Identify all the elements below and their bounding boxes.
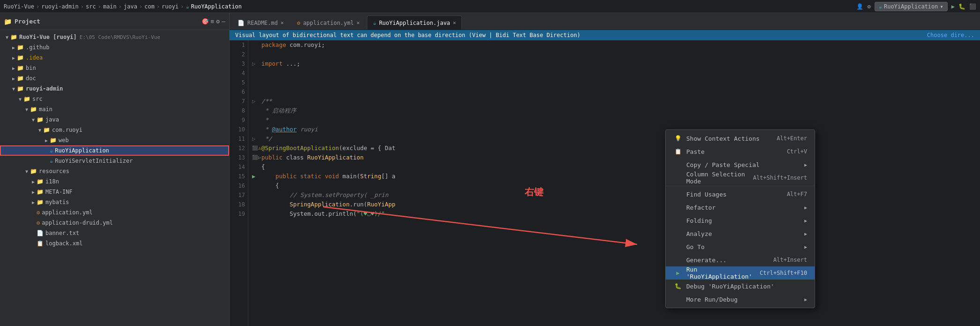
- tree-item-application-druid-yml[interactable]: ▶ ⚙ application-druid.yml: [0, 218, 229, 228]
- breadcrumb-item-ruoyi-vue[interactable]: RuoYi-Vue: [4, 3, 34, 10]
- sidebar-icon-settings[interactable]: ⚙: [216, 18, 220, 25]
- coverage-button[interactable]: ⬛: [969, 3, 976, 10]
- arrow-icon: ▼: [23, 169, 30, 174]
- run-config-selector[interactable]: ☕ RuoYiApplication ▾: [875, 2, 948, 11]
- folder-icon: 📁: [17, 75, 24, 82]
- menu-item-find-usages[interactable]: Find Usages Alt+F7: [666, 188, 815, 201]
- tree-item-ruoyi-servlet[interactable]: ▶ ☕ RuoYiServletInitializer: [0, 156, 229, 166]
- breadcrumb-item-src[interactable]: src: [86, 3, 96, 10]
- tab-icon: ⚙: [297, 20, 300, 26]
- tab-close-java[interactable]: ✕: [453, 20, 456, 26]
- sidebar-folder-icon: 📁: [4, 18, 12, 25]
- sep1: ›: [36, 3, 39, 10]
- run-icon: ▶: [673, 268, 683, 278]
- menu-item-refactor[interactable]: Refactor ▶: [666, 201, 815, 214]
- debug-button[interactable]: 🐛: [958, 3, 965, 10]
- tree-item-bin[interactable]: ▶ 📁 bin: [0, 63, 229, 73]
- folder-icon: 📁: [30, 168, 37, 174]
- gutter-15: ▶: [252, 172, 261, 181]
- code-line-19: System.out.println("(♥◡♥)/": [252, 209, 976, 219]
- folder-icon: 📁: [17, 85, 24, 92]
- arrow-icon: ▶: [10, 76, 17, 81]
- tab-close-readme[interactable]: ✕: [281, 20, 284, 26]
- menu-item-run-app[interactable]: ▶ Run 'RuoYiApplication' Ctrl+Shift+F10: [666, 266, 815, 280]
- tree-label: ruoyi-admin: [26, 85, 63, 92]
- breadcrumb-item-java[interactable]: java: [124, 3, 137, 10]
- tab-ruoyi-application[interactable]: ☕ RuoYiApplication.java ✕: [367, 15, 462, 30]
- gutter-7: ▷: [252, 97, 261, 106]
- tree-item-mybatis[interactable]: ▶ 📁 mybatis: [0, 197, 229, 207]
- tree-label: mybatis: [45, 199, 69, 205]
- run-button[interactable]: ▶: [951, 3, 955, 10]
- code-editor[interactable]: 1 2 3 4 5 6 7 8 9 10 11 12 13 14 15 16 1…: [230, 40, 980, 326]
- menu-item-debug-app[interactable]: 🐛 Debug 'RuoYiApplication': [666, 280, 815, 293]
- folder-icon: 📁: [37, 116, 44, 123]
- txt-icon: 📄: [37, 230, 44, 236]
- tree-item-ruoyi-admin[interactable]: ▼ 📁 ruoyi-admin: [0, 83, 229, 94]
- tree-label: doc: [26, 75, 36, 82]
- breadcrumb-item-ruoyi-admin[interactable]: ruoyi-admin: [41, 3, 78, 10]
- tree-label: RuoYi-Vue [ruoyi]: [19, 34, 77, 40]
- breadcrumb-item-com[interactable]: com: [144, 3, 155, 10]
- menu-item-go-to[interactable]: Go To ▶: [666, 240, 815, 253]
- tree-item-idea[interactable]: ▶ 📁 .idea: [0, 53, 229, 63]
- tree-label: i18n: [45, 178, 59, 185]
- arrow-icon: ▶: [10, 45, 17, 50]
- menu-item-copy-paste-special[interactable]: Copy / Paste Special ▶: [666, 158, 815, 171]
- tree-item-resources[interactable]: ▼ 📁 resources: [0, 166, 229, 176]
- tree-item-banner-txt[interactable]: ▶ 📄 banner.txt: [0, 228, 229, 238]
- menu-item-generate[interactable]: Generate... Alt+Insert: [666, 253, 815, 266]
- code-line-13: ⬛▷ public class RuoYiApplication: [252, 153, 976, 162]
- tree-item-application-yml[interactable]: ▶ ⚙ application.yml: [0, 207, 229, 218]
- arrow-icon: ▶: [30, 200, 37, 205]
- tree-item-src[interactable]: ▼ 📁 src: [0, 94, 229, 104]
- tree-item-ruoyi-vue-root[interactable]: ▼ 📁 RuoYi-Vue [ruoyi] E:\05 Code\RMDVS\R…: [0, 32, 229, 42]
- arrow-icon: ▶: [10, 66, 17, 71]
- sidebar-icon-minimize[interactable]: —: [222, 18, 225, 25]
- context-menu: 💡 Show Context Actions Alt+Enter 📋 Paste…: [665, 129, 815, 308]
- menu-item-more-run[interactable]: More Run/Debug ▶: [666, 293, 815, 306]
- breadcrumb-item-main[interactable]: main: [103, 3, 117, 10]
- tree-item-main[interactable]: ▼ 📁 main: [0, 104, 229, 114]
- sidebar-toolbar: 🎯 ≡ ⚙ —: [201, 18, 225, 25]
- menu-item-analyze[interactable]: Analyze ▶: [666, 227, 815, 240]
- folder-icon: 📁: [37, 199, 44, 205]
- sep3: ›: [98, 3, 101, 10]
- gutter-12: ⬛⚠: [252, 144, 261, 153]
- tab-application-yml[interactable]: ⚙ application.yml ✕: [291, 15, 366, 30]
- tree-item-i18n[interactable]: ▶ 📁 i18n: [0, 176, 229, 187]
- tab-readme[interactable]: 📄 README.md ✕: [231, 15, 290, 30]
- paste-icon: 📋: [673, 147, 683, 156]
- menu-item-paste[interactable]: 📋 Paste Ctrl+V: [666, 145, 815, 158]
- sidebar-title: Project: [15, 18, 40, 25]
- tree-item-ruoyi-application[interactable]: ▶ ☕ RuoYiApplication: [0, 145, 229, 156]
- arrow-icon: ▼: [37, 128, 43, 133]
- menu-item-folding[interactable]: Folding ▶: [666, 214, 815, 227]
- code-line-4: [252, 68, 976, 78]
- tree-item-logback-xml[interactable]: ▶ 📋 logback.xml: [0, 238, 229, 249]
- generate-icon: [673, 255, 683, 265]
- settings-gear-icon[interactable]: ⚙: [867, 3, 870, 10]
- code-line-3: ▷ import ...;: [252, 59, 976, 68]
- breadcrumb-item-ruoyi[interactable]: ruoyi: [162, 3, 178, 10]
- sidebar-icon-collapse[interactable]: ≡: [211, 18, 215, 25]
- tree-item-doc[interactable]: ▶ 📁 doc: [0, 73, 229, 83]
- menu-item-column-selection[interactable]: Column Selection Mode Alt+Shift+Insert: [666, 171, 815, 184]
- profile-icon[interactable]: 👤: [856, 3, 863, 10]
- tab-label: RuoYiApplication.java: [379, 20, 450, 26]
- tree-item-github[interactable]: ▶ 📁 .github: [0, 42, 229, 53]
- tree-item-java[interactable]: ▼ 📁 java: [0, 114, 229, 125]
- menu-label: More Run/Debug: [686, 296, 801, 303]
- sidebar-icon-locate[interactable]: 🎯: [201, 18, 209, 25]
- tree-item-meta-inf[interactable]: ▶ 📁 META-INF: [0, 187, 229, 197]
- menu-item-show-context-actions[interactable]: 💡 Show Context Actions Alt+Enter: [666, 132, 815, 145]
- menu-label: Find Usages: [686, 191, 787, 198]
- choose-dir-link[interactable]: Choose dire...: [927, 32, 974, 38]
- sep7: ›: [180, 3, 184, 10]
- code-line-15: ▶ public static void main(String[] a: [252, 172, 976, 181]
- menu-label: Debug 'RuoYiApplication': [686, 283, 807, 290]
- code-line-17: // System.setProperty( _prin: [252, 190, 976, 200]
- tree-item-web[interactable]: ▶ 📁 web: [0, 135, 229, 145]
- tree-item-com-ruoyi[interactable]: ▼ 📁 com.ruoyi: [0, 125, 229, 135]
- tab-close-yml[interactable]: ✕: [356, 20, 360, 26]
